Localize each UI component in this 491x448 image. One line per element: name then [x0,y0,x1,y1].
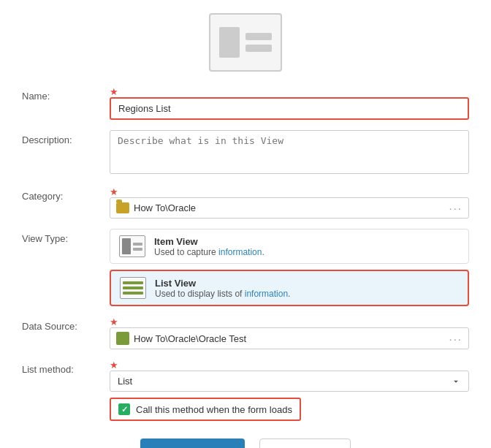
item-view-icon-left [122,238,131,254]
category-label: Category: [22,186,110,202]
list-view-link[interactable]: information [245,289,288,299]
category-required-star: ★ [110,186,118,197]
data-source-text: How To\Oracle\Oracle Test [134,333,246,344]
top-icon-area [0,0,491,86]
cube-icon [116,332,129,345]
item-view-desc: Used to capture information. [154,247,264,257]
item-view-link[interactable]: information [218,247,262,257]
list-method-label: List method: [22,360,110,375]
checkbox-label: Call this method when the form loads [136,404,292,415]
description-label: Description: [22,130,110,145]
view-type-content: Item View Used to capture information. [110,229,469,306]
list-method-select[interactable]: List Search Custom [110,371,469,392]
view-type-list[interactable]: List View Used to display lists of infor… [110,270,469,306]
data-source-required-star: ★ [110,316,118,327]
name-input[interactable] [110,97,469,120]
discard-button[interactable]: DISCARD [259,438,351,448]
item-view-name: Item View [154,236,264,247]
description-field-container [110,130,469,176]
view-type-options: Item View Used to capture information. [110,229,469,306]
icon-line-1 [246,33,272,40]
name-field-container: ★ [110,86,469,120]
data-source-ellipsis-button[interactable]: ··· [449,333,463,345]
category-text: How To\Oracle [134,202,196,213]
list-method-select-wrapper: List Search Custom [110,371,469,392]
checkbox-icon [118,403,130,415]
category-ellipsis-button[interactable]: ··· [449,202,463,214]
name-required-star: ★ [110,86,118,97]
lv-line-1 [123,281,143,284]
lv-line-3 [123,292,143,295]
category-left: How To\Oracle [116,202,196,213]
description-textarea[interactable] [110,130,469,174]
description-row: Description: [22,130,469,176]
item-view-icon [119,235,145,257]
data-source-row: Data Source: ★ How To\Oracle\Oracle Test… [22,316,469,349]
icon-right-lines [246,33,272,52]
category-row: Category: ★ How To\Oracle ··· [22,186,469,219]
lv-line-2 [123,286,143,289]
list-view-icon [120,277,146,299]
icon-left-rect [219,27,240,58]
list-method-content: ★ List Search Custom Call this method wh… [110,360,469,421]
data-source-content: ★ How To\Oracle\Oracle Test ··· [110,316,469,349]
item-view-line-2 [133,248,142,251]
view-type-label: View Type: [22,229,110,244]
view-type-item[interactable]: Item View Used to capture information. [110,229,469,264]
category-field-container: ★ How To\Oracle ··· [110,186,469,219]
list-view-name: List View [155,278,290,289]
checkbox-row[interactable]: Call this method when the form loads [110,398,301,421]
item-view-line-1 [133,243,142,246]
name-row: Name: ★ [22,86,469,120]
list-method-row: List method: ★ List Search Custom Call t… [22,360,469,421]
icon-line-2 [246,45,272,52]
view-icon-box [209,13,282,72]
name-label: Name: [22,86,110,102]
list-view-desc: Used to display lists of information. [155,289,290,299]
data-source-label: Data Source: [22,316,110,332]
item-view-info: Item View Used to capture information. [154,236,264,257]
list-method-required-star: ★ [110,360,118,371]
item-view-icon-right [133,243,142,251]
page-container: Name: ★ Description: Category: ★ How To\… [0,0,491,448]
category-field[interactable]: How To\Oracle ··· [110,197,469,219]
view-type-row: View Type: Item View [22,229,469,306]
list-view-lines [123,281,143,295]
buttons-row: CREATE DISCARD [22,438,469,448]
data-source-field[interactable]: How To\Oracle\Oracle Test ··· [110,327,469,349]
form-area: Name: ★ Description: Category: ★ How To\… [0,86,491,448]
list-view-info: List View Used to display lists of infor… [155,278,290,299]
folder-icon [116,202,129,213]
datasource-left: How To\Oracle\Oracle Test [116,332,246,345]
create-button[interactable]: CREATE [140,438,245,448]
